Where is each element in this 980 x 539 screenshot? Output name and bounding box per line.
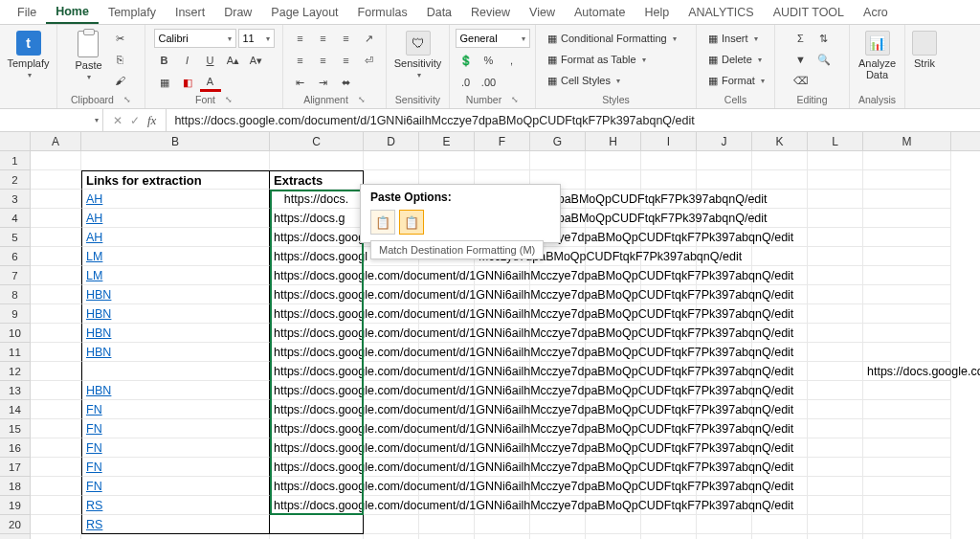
- font-name-select[interactable]: Calibri▾: [154, 29, 236, 48]
- col-header-M[interactable]: M: [863, 132, 951, 150]
- cell-C12[interactable]: https://docs.google.com/document/d/1GNNi…: [270, 362, 364, 381]
- align-bottom[interactable]: ≡: [336, 29, 357, 48]
- cell-C8[interactable]: https://docs.google.com/document/d/1GNNi…: [270, 285, 364, 304]
- delete-button[interactable]: ▦ Delete▾: [702, 50, 768, 69]
- cell-M4[interactable]: [863, 209, 951, 228]
- cell-C19[interactable]: https://docs.google.com/document/d/1GNNi…: [270, 496, 364, 515]
- copy-button[interactable]: ⎘: [110, 50, 131, 69]
- bold-button[interactable]: B: [154, 51, 175, 70]
- row-header-1[interactable]: 1: [0, 151, 31, 170]
- decrease-font-button[interactable]: A▾: [246, 51, 267, 70]
- col-header-B[interactable]: B: [81, 132, 270, 150]
- row-header-16[interactable]: 16: [0, 438, 31, 458]
- cell-C9[interactable]: https://docs.google.com/document/d/1GNNi…: [270, 304, 364, 324]
- ribbon-tab-review[interactable]: Review: [461, 2, 520, 23]
- cell-B2[interactable]: Links for extraction: [81, 170, 270, 190]
- cell-C3[interactable]: https://docs.: [270, 190, 364, 209]
- cut-button[interactable]: ✂: [110, 29, 131, 48]
- cell-D1[interactable]: [364, 151, 419, 170]
- link-LM[interactable]: LM: [86, 250, 102, 263]
- cell-B16[interactable]: FN: [81, 438, 270, 458]
- cell-A6[interactable]: [31, 247, 81, 266]
- wrap-text[interactable]: ⏎: [359, 51, 380, 70]
- cell-H20[interactable]: [586, 515, 641, 534]
- cell-B14[interactable]: FN: [81, 400, 270, 419]
- indent-dec[interactable]: ⇤: [290, 73, 311, 92]
- link-AH[interactable]: AH: [86, 231, 102, 244]
- col-header-A[interactable]: A: [31, 132, 81, 150]
- cell-B11[interactable]: HBN: [81, 343, 270, 362]
- align-left[interactable]: ≡: [290, 51, 311, 70]
- cond-fmt-button[interactable]: ▦ Conditional Formatting▾: [542, 29, 682, 48]
- ribbon-tab-analytics[interactable]: ANALYTICS: [679, 2, 764, 23]
- link-HBN[interactable]: HBN: [86, 346, 111, 359]
- cell-A20[interactable]: [31, 515, 81, 534]
- cell-M18[interactable]: [863, 477, 951, 496]
- cancel-icon[interactable]: ✕: [113, 114, 122, 127]
- font-size-select[interactable]: 11▾: [238, 29, 275, 48]
- cell-I2[interactable]: [641, 170, 697, 190]
- cell-H1[interactable]: [586, 151, 641, 170]
- strik-button[interactable]: Strik: [908, 29, 941, 71]
- cell-B19[interactable]: RS: [81, 496, 270, 515]
- fill-color-button[interactable]: ◧: [177, 73, 198, 92]
- orientation[interactable]: ↗: [359, 29, 380, 48]
- row-header-8[interactable]: 8: [0, 285, 31, 304]
- row-header-3[interactable]: 3: [0, 190, 31, 209]
- cell-J1[interactable]: [697, 151, 752, 170]
- cell-E1[interactable]: [419, 151, 475, 170]
- cell-H2[interactable]: [586, 170, 641, 190]
- row-header-15[interactable]: 15: [0, 419, 31, 438]
- spreadsheet-grid[interactable]: ABCDEFGHIJKLM 12Links for extractionExtr…: [0, 132, 980, 539]
- cell-B8[interactable]: HBN: [81, 285, 270, 304]
- cell-A18[interactable]: [31, 477, 81, 496]
- name-box[interactable]: ▾: [0, 109, 103, 131]
- ribbon-tab-automate[interactable]: Automate: [565, 2, 635, 23]
- cell-C7[interactable]: https://docs.google.com/document/d/1GNNi…: [270, 266, 364, 285]
- cell-L18[interactable]: [808, 477, 863, 496]
- cell-A17[interactable]: [31, 458, 81, 477]
- link-RS[interactable]: RS: [86, 499, 102, 512]
- cell-C20[interactable]: [270, 515, 364, 534]
- paste-button[interactable]: Paste▾: [71, 29, 105, 83]
- link-FN[interactable]: FN: [86, 441, 102, 455]
- cell-B15[interactable]: FN: [81, 419, 270, 438]
- col-header-F[interactable]: F: [475, 132, 530, 150]
- row-header-20[interactable]: 20: [0, 515, 31, 534]
- cell-I21[interactable]: [641, 534, 697, 539]
- cell-B13[interactable]: HBN: [81, 381, 270, 400]
- link-FN[interactable]: FN: [86, 460, 102, 474]
- cell-A21[interactable]: [31, 534, 81, 539]
- ribbon-tab-audit-tool[interactable]: AUDIT TOOL: [764, 2, 854, 23]
- cell-C18[interactable]: https://docs.google.com/document/d/1GNNi…: [270, 477, 364, 496]
- link-FN[interactable]: FN: [86, 403, 102, 416]
- row-header-4[interactable]: 4: [0, 209, 31, 228]
- cell-C15[interactable]: https://docs.google.com/document/d/1GNNi…: [270, 419, 364, 438]
- cell-M19[interactable]: [863, 496, 951, 515]
- cell-M17[interactable]: [863, 458, 951, 477]
- autosum-button[interactable]: Σ: [791, 29, 812, 48]
- link-FN[interactable]: FN: [86, 422, 102, 436]
- insert-button[interactable]: ▦ Insert▾: [702, 29, 764, 48]
- col-header-C[interactable]: C: [270, 132, 364, 150]
- dec-dec-button[interactable]: .00: [479, 73, 500, 92]
- number-launcher[interactable]: ⤡: [511, 95, 519, 104]
- cell-A5[interactable]: [31, 228, 81, 247]
- link-HBN[interactable]: HBN: [86, 307, 111, 321]
- cell-E20[interactable]: [419, 515, 475, 534]
- row-header-12[interactable]: 12: [0, 362, 31, 381]
- link-AH[interactable]: AH: [86, 192, 102, 206]
- col-header-E[interactable]: E: [419, 132, 475, 150]
- cell-M11[interactable]: [863, 343, 951, 362]
- cell-M14[interactable]: [863, 400, 951, 419]
- cell-A3[interactable]: [31, 190, 81, 209]
- cell-L4[interactable]: [808, 209, 863, 228]
- cell-M8[interactable]: [863, 285, 951, 304]
- cell-B7[interactable]: LM: [81, 266, 270, 285]
- clear-button[interactable]: ⌫: [791, 71, 812, 90]
- border-button[interactable]: ▦: [154, 73, 175, 92]
- cell-F21[interactable]: [475, 534, 530, 539]
- row-header-19[interactable]: 19: [0, 496, 31, 515]
- cell-K20[interactable]: [752, 515, 808, 534]
- col-header-K[interactable]: K: [752, 132, 808, 150]
